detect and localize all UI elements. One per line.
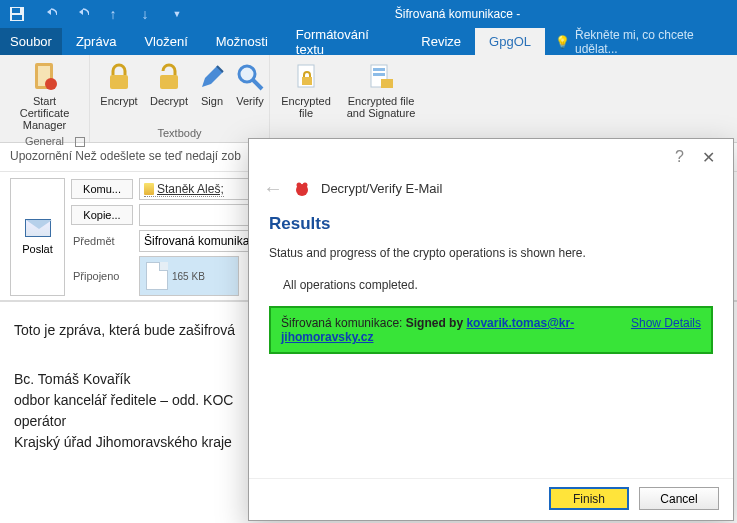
- decrypt-button[interactable]: Decrypt: [144, 59, 194, 109]
- decrypt-label: Decrypt: [150, 95, 188, 107]
- to-button[interactable]: Komu...: [71, 179, 133, 199]
- back-icon[interactable]: ←: [263, 177, 283, 200]
- attachment-size: 165 KB: [172, 271, 205, 282]
- tab-gpgol[interactable]: GpgOL: [475, 28, 545, 55]
- svg-rect-15: [381, 79, 393, 88]
- qat-dropdown-icon[interactable]: ▼: [168, 5, 186, 23]
- svg-rect-2: [12, 15, 22, 20]
- next-icon[interactable]: ↓: [136, 5, 154, 23]
- encfile-label-2: file: [299, 107, 313, 119]
- prev-icon[interactable]: ↑: [104, 5, 122, 23]
- envelope-icon: [25, 219, 51, 237]
- encfile-label-1: Encrypted: [281, 95, 331, 107]
- ribbon-tabs: Soubor Zpráva Vložení Možnosti Formátová…: [0, 28, 737, 55]
- tab-format[interactable]: Formátování textu: [282, 28, 408, 55]
- dialog-title: Decrypt/Verify E-Mail: [321, 181, 442, 196]
- encfilesig-label-1: Encrypted file: [348, 95, 415, 107]
- start-cert-label-1: Start Certificate: [10, 95, 79, 119]
- subject-label: Předmět: [71, 235, 133, 247]
- magnifier-icon: [234, 61, 266, 93]
- status-text: Status and progress of the crypto operat…: [269, 246, 713, 260]
- encrypt-label: Encrypt: [100, 95, 137, 107]
- tell-me-placeholder: Řekněte mi, co chcete udělat...: [575, 28, 727, 56]
- encrypt-button[interactable]: Encrypt: [94, 59, 144, 109]
- svg-rect-13: [373, 68, 385, 71]
- sign-label: Sign: [201, 95, 223, 107]
- ribbon: Start Certificate Manager General Encryp…: [0, 55, 737, 143]
- app-icon: [293, 181, 311, 197]
- redo-icon[interactable]: [72, 5, 90, 23]
- cc-button[interactable]: Kopie...: [71, 205, 133, 225]
- decrypt-verify-dialog: ? ✕ ← Decrypt/Verify E-Mail Results Stat…: [248, 138, 734, 521]
- svg-rect-1: [12, 8, 20, 13]
- certificate-icon: [29, 61, 61, 93]
- tell-me-search[interactable]: 💡 Řekněte mi, co chcete udělat...: [545, 28, 737, 55]
- svg-point-18: [303, 182, 308, 187]
- verify-button[interactable]: Verify: [230, 59, 270, 109]
- window-title: Šifrovaná komunikace -: [186, 7, 729, 21]
- ops-complete-text: All operations completed.: [283, 278, 713, 292]
- svg-line-9: [253, 80, 262, 89]
- attached-label: Připojeno: [71, 270, 133, 282]
- svg-rect-7: [160, 75, 178, 89]
- lock-open-icon: [153, 61, 185, 93]
- tab-file[interactable]: Soubor: [0, 28, 62, 55]
- lock-closed-icon: [103, 61, 135, 93]
- verify-label: Verify: [236, 95, 264, 107]
- attachment-item[interactable]: 165 KB: [139, 256, 239, 296]
- svg-point-8: [239, 66, 255, 82]
- svg-rect-14: [373, 73, 385, 76]
- signed-by-label: Signed by: [406, 316, 467, 330]
- result-entry: Šifrovaná komunikace: Signed by kovarik.…: [269, 306, 713, 354]
- encrypted-file-signature-button[interactable]: Encrypted file and Signature: [338, 59, 424, 121]
- contact-icon: [144, 183, 154, 195]
- send-label: Poslat: [22, 243, 53, 255]
- window-titlebar: ↑ ↓ ▼ Šifrovaná komunikace -: [0, 0, 737, 28]
- tab-review[interactable]: Revize: [407, 28, 475, 55]
- group-textbody: Textbody: [90, 125, 269, 142]
- finish-button[interactable]: Finish: [549, 487, 629, 510]
- start-cert-label-2: Manager: [23, 119, 66, 131]
- group-general: General: [0, 133, 89, 150]
- close-button[interactable]: ✕: [696, 148, 721, 167]
- recipient-chip[interactable]: Staněk Aleš;: [144, 182, 224, 197]
- lightbulb-icon: 💡: [555, 35, 570, 49]
- send-button[interactable]: Poslat: [10, 178, 65, 296]
- tab-insert[interactable]: Vložení: [130, 28, 201, 55]
- svg-rect-6: [110, 75, 128, 89]
- encrypted-file-icon: [290, 61, 322, 93]
- sign-button[interactable]: Sign: [194, 59, 230, 109]
- encrypted-file-sig-icon: [365, 61, 397, 93]
- svg-rect-11: [302, 77, 312, 85]
- svg-point-17: [297, 182, 302, 187]
- general-launcher-icon[interactable]: [75, 137, 85, 147]
- tab-message[interactable]: Zpráva: [62, 28, 130, 55]
- svg-point-5: [45, 78, 57, 90]
- tab-options[interactable]: Možnosti: [202, 28, 282, 55]
- quick-access-toolbar: ↑ ↓ ▼: [8, 5, 186, 23]
- start-certificate-manager-button[interactable]: Start Certificate Manager: [4, 59, 85, 133]
- undo-icon[interactable]: [40, 5, 58, 23]
- document-icon: [146, 262, 168, 290]
- result-prefix: Šifrovaná komunikace:: [281, 316, 406, 330]
- save-icon[interactable]: [8, 5, 26, 23]
- encfilesig-label-2: and Signature: [347, 107, 416, 119]
- pen-icon: [196, 61, 228, 93]
- help-button[interactable]: ?: [663, 148, 696, 166]
- results-heading: Results: [269, 214, 713, 234]
- encrypted-file-button[interactable]: Encrypted file: [274, 59, 338, 121]
- cancel-button[interactable]: Cancel: [639, 487, 719, 510]
- recipient-name: Staněk Aleš;: [157, 182, 224, 196]
- show-details-link[interactable]: Show Details: [631, 316, 701, 344]
